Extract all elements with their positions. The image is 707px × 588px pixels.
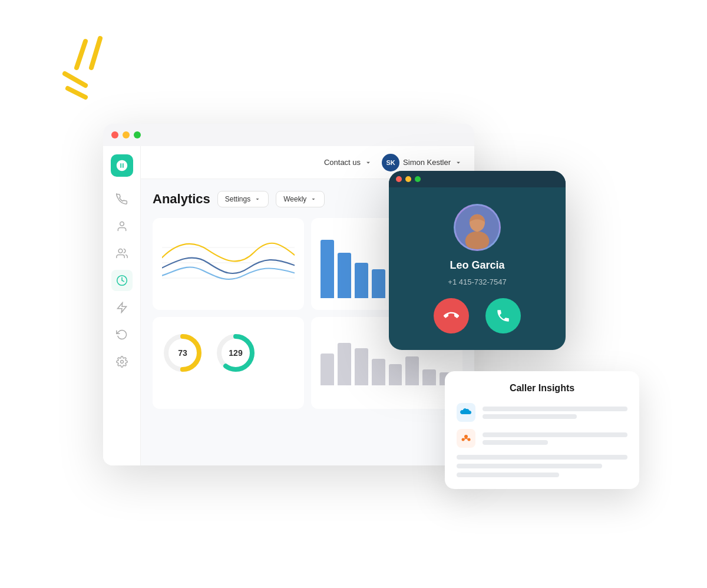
text-line-3: [457, 473, 559, 477]
hubspot-insight-lines: [483, 432, 627, 445]
insight-text-lines: [457, 455, 627, 477]
page-title: Analytics: [153, 191, 210, 207]
svg-line-1: [91, 38, 100, 68]
phone-popup: Leo Garcia +1 415-732-7547: [389, 171, 566, 350]
caller-insights-card: Caller Insights: [445, 371, 639, 489]
phone-dot-red: [396, 176, 402, 182]
bar-2: [338, 253, 351, 298]
text-line-1: [457, 455, 627, 460]
line-chart-card: [153, 218, 304, 310]
svg-line-3: [68, 88, 85, 97]
insight-row-salesforce: [457, 403, 627, 422]
spark-decoration: [53, 35, 130, 106]
phone-dot-green: [415, 176, 421, 182]
salesforce-insight-lines: [483, 407, 627, 419]
sidebar-logo[interactable]: [111, 154, 133, 177]
call-buttons: [434, 298, 521, 333]
hs-line-2: [483, 440, 548, 445]
svg-point-20: [464, 435, 468, 438]
bar-3: [355, 263, 368, 299]
sidebar-item-history[interactable]: [111, 324, 133, 345]
bar-4: [372, 269, 385, 299]
window-close-dot[interactable]: [111, 131, 118, 138]
weekly-dropdown[interactable]: Weekly: [276, 191, 325, 207]
contact-us-button[interactable]: Contact us: [324, 158, 372, 167]
user-avatar: SK: [382, 154, 399, 171]
phone-dot-yellow: [405, 176, 411, 182]
caller-name: Leo Garcia: [450, 259, 504, 272]
phone-content: Leo Garcia +1 415-732-7547: [389, 187, 566, 350]
contact-us-label: Contact us: [324, 158, 361, 167]
donut-row: 73 129: [162, 326, 295, 379]
gray-bar-1: [321, 354, 334, 385]
caller-avatar: [454, 204, 501, 251]
svg-marker-7: [117, 303, 126, 313]
insights-title: Caller Insights: [457, 383, 627, 394]
window-fullscreen-dot[interactable]: [134, 131, 141, 138]
gray-bar-4: [372, 359, 385, 385]
gray-bar-6: [405, 356, 419, 386]
line-chart: [162, 227, 295, 298]
user-menu-button[interactable]: SK Simon Kestler: [382, 154, 462, 171]
svg-point-18: [465, 231, 490, 250]
sidebar-item-lightning[interactable]: [111, 297, 133, 318]
gray-bar-3: [355, 348, 368, 385]
hs-line-1: [483, 432, 627, 437]
browser-titlebar: [103, 124, 474, 146]
user-name-label: Simon Kestler: [403, 158, 451, 167]
svg-line-0: [77, 41, 85, 68]
svg-point-4: [120, 222, 124, 226]
sf-line-1: [483, 407, 627, 411]
gray-bar-2: [338, 343, 351, 385]
bar-1: [321, 240, 334, 298]
phone-titlebar: [389, 171, 566, 187]
settings-dropdown[interactable]: Settings: [217, 191, 269, 207]
donut-chart-card: 73 129: [153, 317, 304, 409]
svg-point-5: [118, 249, 123, 253]
gray-bar-5: [389, 364, 402, 385]
caller-phone: +1 415-732-7547: [448, 278, 506, 286]
salesforce-icon: [457, 403, 475, 422]
sidebar-item-team[interactable]: [111, 243, 133, 264]
hubspot-icon: [457, 429, 475, 448]
svg-point-8: [120, 361, 123, 364]
text-line-2: [457, 464, 602, 468]
accept-call-button[interactable]: [485, 298, 521, 333]
insight-row-hubspot: [457, 429, 627, 448]
decline-call-button[interactable]: [434, 298, 469, 333]
donut-2-value: 129: [229, 348, 242, 358]
donut-1: 73: [162, 332, 203, 374]
window-minimize-dot[interactable]: [123, 131, 130, 138]
gray-bar-7: [422, 369, 436, 385]
sidebar-item-contacts[interactable]: [111, 216, 133, 237]
donut-2: 129: [215, 332, 256, 374]
sidebar-item-settings[interactable]: [111, 351, 133, 372]
sidebar: [103, 146, 141, 465]
sf-line-2: [483, 414, 577, 419]
svg-line-2: [65, 74, 85, 85]
sidebar-item-analytics[interactable]: [111, 270, 133, 291]
sidebar-item-phone[interactable]: [111, 189, 133, 210]
donut-1-value: 73: [178, 348, 187, 358]
